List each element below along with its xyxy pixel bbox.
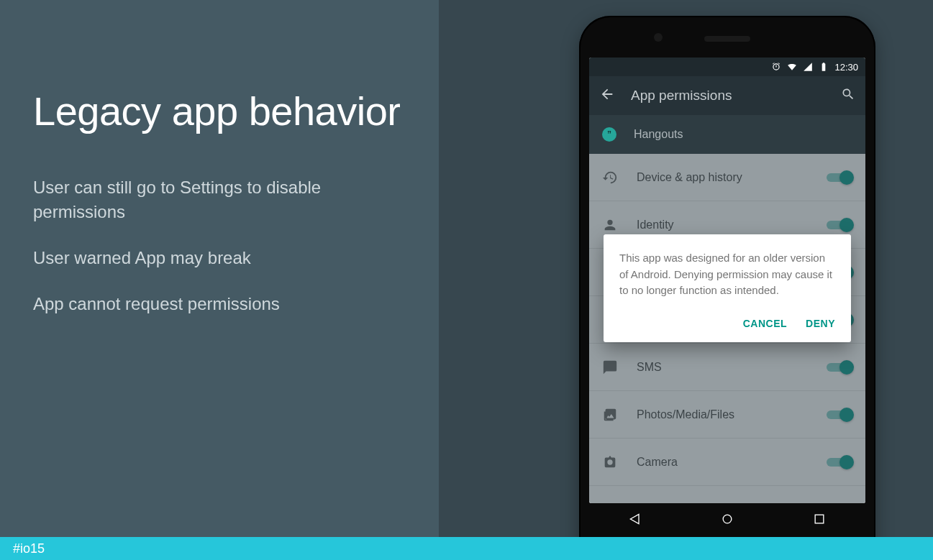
- nav-home-button[interactable]: [720, 512, 734, 529]
- phone-screen: 12:30 App permissions ” Hangouts: [589, 58, 865, 503]
- permission-row[interactable]: Photos/Media/Files: [589, 391, 865, 439]
- dialog-actions: CANCEL DENY: [619, 315, 835, 334]
- slide-device-column: 12:30 App permissions ” Hangouts: [439, 0, 933, 560]
- deny-button[interactable]: DENY: [806, 318, 835, 329]
- cancel-button[interactable]: CANCEL: [743, 318, 787, 329]
- slide-text-column: Legacy app behavior User can still go to…: [0, 0, 439, 560]
- svg-point-0: [723, 515, 732, 523]
- bullet-2: User warned App may break: [33, 246, 350, 270]
- dialog-message: This app was designed for an older versi…: [619, 250, 835, 299]
- appbar-title: App permissions: [631, 88, 825, 104]
- phone-sensor: [654, 33, 663, 42]
- bullet-1: User can still go to Settings to disable…: [33, 175, 350, 224]
- battery-icon: [819, 62, 829, 72]
- permission-label: Device & app history: [637, 171, 808, 184]
- statusbar: 12:30: [589, 58, 865, 76]
- hangouts-icon: ”: [602, 127, 616, 142]
- permission-label: Identity: [637, 219, 808, 231]
- nav-back-button[interactable]: [628, 512, 642, 529]
- statusbar-time: 12:30: [834, 62, 858, 73]
- permission-label: Photos/Media/Files: [637, 408, 808, 421]
- slide-footer: #io15: [0, 537, 933, 560]
- sms-icon: [602, 359, 618, 375]
- permission-label: SMS: [637, 361, 808, 374]
- android-navbar: [589, 503, 865, 538]
- search-button[interactable]: [841, 87, 855, 104]
- identity-icon: [602, 217, 618, 233]
- permission-row[interactable]: Camera: [589, 439, 865, 486]
- back-button[interactable]: [599, 86, 615, 105]
- phone-earpiece: [704, 36, 750, 42]
- wifi-icon: [787, 62, 797, 72]
- app-subheader: ” Hangouts: [589, 115, 865, 154]
- signal-icon: [803, 62, 813, 72]
- nav-recent-button[interactable]: [812, 512, 827, 529]
- bullet-3: App cannot request permissions: [33, 292, 350, 316]
- permission-label: Camera: [637, 456, 808, 469]
- permission-row[interactable]: SMS: [589, 344, 865, 391]
- phone-device-frame: 12:30 App permissions ” Hangouts: [579, 16, 875, 560]
- subheader-app-name: Hangouts: [634, 128, 683, 141]
- permission-toggle[interactable]: [827, 218, 852, 232]
- permission-toggle[interactable]: [827, 360, 852, 375]
- permission-toggle[interactable]: [827, 170, 852, 185]
- slide: Legacy app behavior User can still go to…: [0, 0, 933, 560]
- svg-rect-1: [815, 515, 824, 523]
- history-icon: [602, 170, 618, 185]
- slide-bullets: User can still go to Settings to disable…: [33, 175, 406, 316]
- camera-icon: [602, 454, 618, 470]
- slide-title: Legacy app behavior: [33, 86, 406, 137]
- alarm-icon: [771, 62, 781, 72]
- photos-icon: [602, 407, 618, 423]
- footer-hashtag: #io15: [13, 541, 45, 556]
- permission-toggle[interactable]: [827, 408, 852, 422]
- permission-row[interactable]: Device & app history: [589, 154, 865, 201]
- warning-dialog: This app was designed for an older versi…: [604, 234, 851, 342]
- permission-toggle[interactable]: [827, 455, 852, 469]
- appbar: App permissions: [589, 76, 865, 115]
